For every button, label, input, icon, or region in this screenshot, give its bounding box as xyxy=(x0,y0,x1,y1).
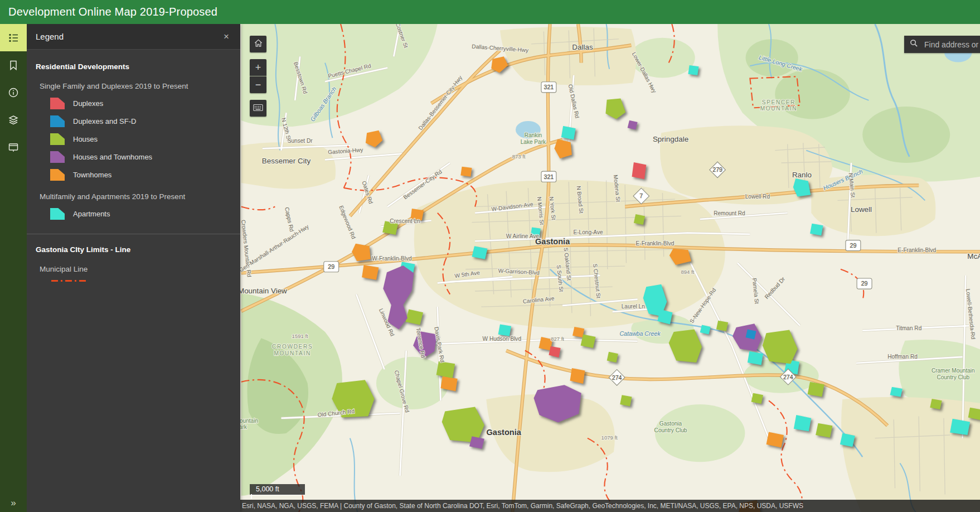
development-parcel-houses[interactable] xyxy=(634,214,645,225)
map-label: Laurel Ln xyxy=(622,303,645,310)
legend-panel: Legend × Residential DevelopmentsSingle … xyxy=(27,24,240,512)
map-label: Bessemer City xyxy=(262,157,311,165)
home-button[interactable] xyxy=(250,36,266,52)
expand-rail-button[interactable]: » xyxy=(0,497,27,509)
map-label: Titman Rd xyxy=(896,325,921,331)
development-parcel-townhomes[interactable] xyxy=(362,265,379,280)
map-label: Gastonia xyxy=(535,237,570,246)
development-parcel-apartments[interactable] xyxy=(810,224,823,235)
map-label: Cramer MountainCountry Club xyxy=(932,368,975,380)
attribution-text: Esri, NASA, NGA, USGS, FEMA | County of … xyxy=(242,502,803,510)
sidebar-item-legend[interactable] xyxy=(0,24,27,51)
svg-text:274: 274 xyxy=(612,374,622,381)
sidebar-item-bookmarks[interactable] xyxy=(0,51,27,79)
map-label: CROWDERSMOUNTAIN xyxy=(272,344,313,356)
highway-shield: 29 xyxy=(846,240,861,251)
map-label: 1591 ft xyxy=(292,333,308,339)
page-title: Development Online Map 2019-Proposed xyxy=(8,6,217,18)
legend-title: Legend xyxy=(36,32,64,41)
layers-icon xyxy=(8,114,19,125)
development-parcel-houses[interactable] xyxy=(808,382,824,397)
development-parcel-houses[interactable] xyxy=(620,395,632,406)
search-input[interactable] xyxy=(923,40,980,50)
legend-swatch xyxy=(50,115,65,127)
legend-item-label: Duplexes and SF-D xyxy=(73,117,136,125)
legend-item-label: Apartments xyxy=(73,210,110,218)
keyboard-shortcuts-button[interactable] xyxy=(250,100,266,117)
map-label: 827 ft xyxy=(551,336,564,342)
tool-rail: » xyxy=(0,24,27,512)
map-label: McAd xyxy=(967,252,980,260)
development-parcel-houses[interactable] xyxy=(816,423,832,438)
development-parcel-apartments[interactable] xyxy=(498,324,512,336)
development-parcel-houses[interactable] xyxy=(751,393,763,404)
development-parcel-houses[interactable] xyxy=(716,321,728,331)
map-label: E-Franklin-Blvd xyxy=(636,240,675,247)
development-parcel-houses[interactable] xyxy=(607,352,618,363)
legend-swatch xyxy=(50,151,65,163)
highway-shield: 321 xyxy=(541,171,556,182)
close-icon[interactable]: × xyxy=(221,30,231,44)
map-label: Catawba Creek xyxy=(619,330,661,337)
legend-layer-heading: Residential Developments xyxy=(36,62,231,71)
development-parcel-apartments[interactable] xyxy=(840,433,855,447)
screen-icon xyxy=(8,142,19,153)
legend-swatch xyxy=(50,208,65,220)
svg-text:29: 29 xyxy=(850,242,856,249)
legend-item: Apartments xyxy=(50,207,231,220)
legend-group-label: Single Family and Duplexes 2019 to Prese… xyxy=(40,82,231,90)
scalebar: 5,000 ft xyxy=(250,484,305,495)
app-header: Development Online Map 2019-Proposed xyxy=(0,0,980,24)
highway-shield: 321 xyxy=(541,82,556,93)
svg-text:29: 29 xyxy=(328,263,334,270)
development-parcel-houses[interactable] xyxy=(930,399,942,409)
legend-list-icon xyxy=(8,32,19,44)
map-label: Gastonia xyxy=(487,428,522,437)
legend-body: Residential DevelopmentsSingle Family an… xyxy=(27,50,240,282)
map-label: Springdale xyxy=(653,135,688,143)
svg-text:7: 7 xyxy=(639,192,643,199)
map-label: Sunset Dr xyxy=(288,138,313,144)
svg-text:274: 274 xyxy=(783,374,793,380)
svg-text:279: 279 xyxy=(712,166,722,173)
legend-item: Duplexes xyxy=(50,97,231,110)
development-parcel-townhomes[interactable] xyxy=(573,327,584,337)
sidebar-item-info[interactable] xyxy=(0,79,27,106)
legend-layer-heading: Gastonia CIty Limits - Line xyxy=(36,245,231,254)
zoom-in-button[interactable]: + xyxy=(250,59,266,76)
info-icon xyxy=(8,87,19,98)
sidebar-item-layers[interactable] xyxy=(0,106,27,133)
legend-swatch xyxy=(50,98,65,109)
map-label: Hoffman Rd xyxy=(887,354,918,360)
svg-text:321: 321 xyxy=(544,173,554,180)
legend-item-label: Duplexes xyxy=(73,99,103,108)
sidebar-item-basemap[interactable] xyxy=(0,133,27,161)
svg-text:29: 29 xyxy=(861,280,868,287)
legend-item: Townhomes xyxy=(50,168,231,181)
keyboard-icon xyxy=(253,103,263,113)
search-icon xyxy=(910,39,918,50)
map-label: Mountain View xyxy=(238,287,287,295)
legend-swatch xyxy=(50,133,65,145)
map-label: Remount Rd xyxy=(714,210,745,216)
development-parcel-apartments[interactable] xyxy=(688,65,698,75)
development-parcel-houses[interactable] xyxy=(581,334,596,348)
legend-item: Houses and Townhomes xyxy=(50,151,231,163)
bookmark-icon xyxy=(8,60,18,71)
map-label: W-Franklin-Blvd xyxy=(372,255,411,262)
legend-divider xyxy=(27,234,240,234)
municipal-line-swatch xyxy=(51,280,88,282)
development-parcel-duplexes[interactable] xyxy=(632,162,647,179)
map-label: Dallas xyxy=(572,43,593,51)
zoom-out-button[interactable]: − xyxy=(250,76,266,93)
map-label: E-Franklin-Blvd xyxy=(897,247,936,253)
map-label: Ranlo xyxy=(792,171,812,179)
legend-item-label: Townhomes xyxy=(73,171,111,179)
map-label: 1079 ft xyxy=(601,434,618,441)
legend-group-label: Municipal Line xyxy=(40,265,231,273)
map-label: W Airline Ave xyxy=(506,233,540,239)
legend-group-label: Multifamily and Apartments 2019 to Prese… xyxy=(40,192,231,201)
legend-panel-header: Legend × xyxy=(27,24,240,50)
search-box xyxy=(904,36,980,53)
development-parcel-townhomes[interactable] xyxy=(460,167,472,177)
